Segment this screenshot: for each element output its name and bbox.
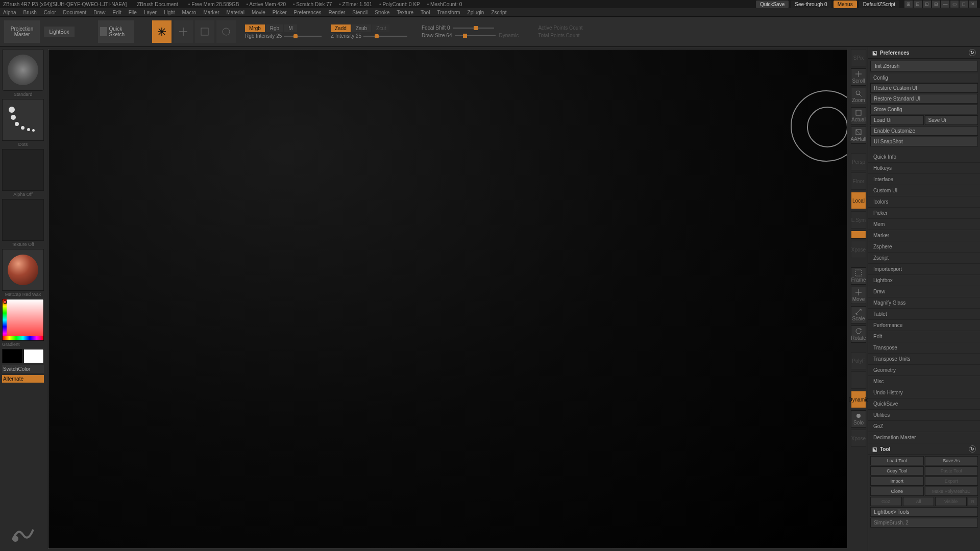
restore-standard-ui-button[interactable]: Restore Standard UI bbox=[870, 94, 978, 104]
clone-button[interactable]: Clone bbox=[870, 487, 924, 496]
load-ui-button[interactable]: Load Ui bbox=[870, 115, 924, 125]
enable-customize-button[interactable]: Enable Customize bbox=[870, 126, 978, 136]
prefs-quick-info[interactable]: Quick Info bbox=[868, 152, 980, 163]
scale-mode-button[interactable] bbox=[195, 20, 214, 43]
layout-btn-4[interactable]: ⊞ bbox=[932, 1, 940, 8]
prefs-decimation-master[interactable]: Decimation Master bbox=[868, 432, 980, 443]
menu-light[interactable]: Light bbox=[164, 10, 175, 15]
prefs-lightbox[interactable]: Lightbox bbox=[868, 275, 980, 286]
lightbox-button[interactable]: LightBox bbox=[44, 27, 75, 37]
z-intensity-slider[interactable]: Z Intensity 25 bbox=[331, 33, 407, 39]
preferences-header[interactable]: ⬕ Preferences ↻ bbox=[868, 47, 980, 59]
local-button[interactable]: Local bbox=[851, 192, 866, 209]
ui-snapshot-button[interactable]: UI SnapShot bbox=[870, 137, 978, 146]
layout-btn-1[interactable]: ⊞ bbox=[904, 1, 913, 8]
prefs-custom-ui[interactable]: Custom UI bbox=[868, 185, 980, 196]
menu-picker[interactable]: Picker bbox=[273, 10, 287, 15]
rgb-intensity-slider[interactable]: Rgb Intensity 25 bbox=[245, 33, 322, 39]
menu-document[interactable]: Document bbox=[63, 10, 87, 15]
make-polymesh-button[interactable]: Make PolyMesh3D bbox=[925, 487, 978, 496]
maximize-button[interactable]: □ bbox=[960, 1, 968, 8]
color-picker[interactable] bbox=[2, 299, 44, 341]
load-tool-button[interactable]: Load Tool bbox=[870, 456, 924, 465]
menu-color[interactable]: Color bbox=[44, 10, 56, 15]
prefs-performance[interactable]: Performance bbox=[868, 320, 980, 331]
menu-zplugin[interactable]: Zplugin bbox=[468, 10, 484, 15]
transp-button[interactable] bbox=[851, 371, 866, 389]
alpha-selector[interactable] bbox=[2, 149, 44, 191]
close-button[interactable]: ✕ bbox=[969, 1, 977, 8]
zadd-button[interactable]: Zadd bbox=[331, 24, 351, 32]
zcut-button[interactable]: Zcut bbox=[372, 24, 390, 32]
init-zbrush-button[interactable]: Init ZBrush bbox=[870, 61, 978, 71]
gradient-label[interactable]: Gradient bbox=[2, 342, 44, 347]
seethrough-slider[interactable]: See-through 0 bbox=[791, 1, 831, 8]
m-button[interactable]: M bbox=[284, 24, 297, 32]
primary-color-swatch[interactable] bbox=[23, 349, 44, 363]
quicksave-button[interactable]: QuickSave bbox=[756, 1, 789, 8]
floor-button[interactable]: Floor bbox=[851, 172, 866, 190]
prefs-goz[interactable]: GoZ bbox=[868, 421, 980, 432]
goz-visible-button[interactable]: Visible bbox=[935, 497, 967, 506]
viewport[interactable] bbox=[48, 49, 847, 549]
menu-zscript[interactable]: Zscript bbox=[491, 10, 506, 15]
prefs-misc[interactable]: Misc bbox=[868, 376, 980, 387]
save-as-button[interactable]: Save As bbox=[925, 456, 978, 465]
menu-render[interactable]: Render bbox=[329, 10, 346, 15]
mrgb-button[interactable]: Mrgb bbox=[245, 24, 265, 32]
prefs-undo-history[interactable]: Undo History bbox=[868, 387, 980, 398]
prefs-draw[interactable]: Draw bbox=[868, 286, 980, 297]
persp-button[interactable]: Persp bbox=[851, 153, 866, 170]
goz-button[interactable]: GoZ bbox=[870, 497, 902, 506]
menu-stencil[interactable]: Stencil bbox=[352, 10, 368, 15]
zoom-button[interactable]: Zoom bbox=[851, 88, 866, 105]
frame-button[interactable]: Frame bbox=[851, 267, 866, 285]
prefs-mem[interactable]: Mem bbox=[868, 219, 980, 230]
aahalf-button[interactable]: AAHalf bbox=[851, 127, 866, 144]
texture-selector[interactable] bbox=[2, 199, 44, 241]
scroll-button[interactable]: Scroll bbox=[851, 68, 866, 86]
actual-button[interactable]: Actual bbox=[851, 107, 866, 124]
switch-color-button[interactable]: SwitchColor bbox=[2, 365, 44, 373]
prefs-transpose-units[interactable]: Transpose Units bbox=[868, 354, 980, 365]
prefs-icolors[interactable]: Icolors bbox=[868, 196, 980, 208]
menu-transform[interactable]: Transform bbox=[437, 10, 460, 15]
lightbox-tools-button[interactable]: Lightbox> Tools bbox=[870, 507, 978, 517]
menu-material[interactable]: Material bbox=[227, 10, 245, 15]
config-header[interactable]: Config bbox=[870, 73, 978, 82]
menus-toggle[interactable]: Menus bbox=[834, 1, 857, 8]
polyf-button[interactable]: PolyF bbox=[851, 352, 866, 369]
lsym-button[interactable]: L.Sym bbox=[851, 211, 866, 229]
menu-macro[interactable]: Macro bbox=[182, 10, 197, 15]
menu-movie[interactable]: Movie bbox=[252, 10, 265, 15]
prefs-geometry[interactable]: Geometry bbox=[868, 365, 980, 376]
layout-btn-2[interactable]: ⊟ bbox=[914, 1, 922, 8]
default-zscript[interactable]: DefaultZScript bbox=[859, 1, 899, 8]
move-mode-button[interactable] bbox=[174, 20, 193, 43]
prefs-tablet[interactable]: Tablet bbox=[868, 309, 980, 320]
rotate-mode-button[interactable] bbox=[216, 20, 236, 43]
prefs-importexport[interactable]: Importexport bbox=[868, 264, 980, 275]
prefs-magnify-glass[interactable]: Magnify Glass bbox=[868, 297, 980, 309]
secondary-color-swatch[interactable] bbox=[2, 349, 22, 363]
rgb-button[interactable]: Rgb bbox=[266, 24, 283, 32]
xpose-button[interactable] bbox=[851, 231, 866, 239]
refresh-icon[interactable]: ↻ bbox=[969, 49, 976, 56]
import-button[interactable]: Import bbox=[870, 477, 924, 486]
solo-button[interactable]: Solo bbox=[851, 410, 866, 428]
draw-size-slider[interactable]: Draw Size 64 Dynamic bbox=[422, 33, 519, 38]
rotate-nav-button[interactable]: Rotate bbox=[851, 325, 866, 343]
projection-master-button[interactable]: Projection Master bbox=[4, 20, 40, 43]
prefs-edit[interactable]: Edit bbox=[868, 331, 980, 342]
quick-sketch-button[interactable]: Quick Sketch bbox=[98, 20, 134, 43]
stroke-selector[interactable] bbox=[2, 99, 44, 141]
paste-tool-button[interactable]: Paste Tool bbox=[925, 466, 978, 475]
menu-tool[interactable]: Tool bbox=[421, 10, 430, 15]
prefs-hotkeys[interactable]: Hotkeys bbox=[868, 163, 980, 174]
menu-layer[interactable]: Layer bbox=[144, 10, 157, 15]
tool-header[interactable]: ⬕ Tool ↻ bbox=[868, 443, 980, 455]
spix-button[interactable]: SPix bbox=[851, 49, 866, 66]
menu-stroke[interactable]: Stroke bbox=[375, 10, 389, 15]
prefs-zsphere[interactable]: Zsphere bbox=[868, 241, 980, 253]
prefs-picker[interactable]: Picker bbox=[868, 208, 980, 219]
